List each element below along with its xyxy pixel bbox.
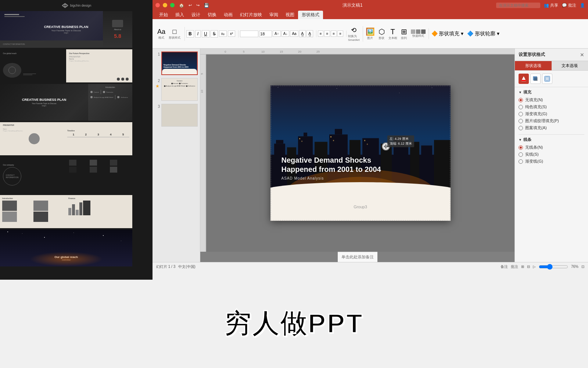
font-size-decrease[interactable]: A↓ <box>282 31 290 37</box>
fill-line-icon[interactable] <box>519 74 529 84</box>
list-item[interactable]: Our global reach overview <box>0 230 153 266</box>
minimize-button[interactable] <box>163 3 167 7</box>
align-right[interactable]: ≡ <box>331 31 337 37</box>
list-item[interactable]: Our company CONTACTINFORMATION <box>0 157 153 194</box>
list-item[interactable]: CREATIVE BUSINESS PLAN Your Favorite Top… <box>0 11 153 48</box>
insert-image[interactable]: 🖼️ 图片 <box>365 26 376 41</box>
fill-picture-option[interactable]: 图片或纹理填充(P) <box>519 118 584 124</box>
maximize-button[interactable] <box>170 3 175 7</box>
list-item[interactable]: CREATIVE BUSINESS PLAN Your Favorite Top… <box>0 84 153 121</box>
font-color[interactable]: A̲ <box>299 30 306 37</box>
list-item[interactable]: PRESENTER Name Project: Something @Your … <box>0 122 153 155</box>
view-slide-sorter[interactable]: ⊟ <box>527 265 530 269</box>
insert-textbox[interactable]: T 文本框 <box>387 26 398 41</box>
line-gradient-radio[interactable] <box>519 159 523 164</box>
subscript-button[interactable]: x₂ <box>219 31 227 37</box>
slide-edit-area[interactable]: Negative Demand Shocks Happened from 200… <box>206 54 514 252</box>
font-size-increase[interactable]: A↑ <box>273 31 281 37</box>
fill-solid-option[interactable]: 纯色填充(S) <box>519 104 584 110</box>
tab-review[interactable]: 审阅 <box>266 11 282 19</box>
comment-bar[interactable]: 单击此处添加备注 <box>338 252 377 262</box>
underline-button[interactable]: U <box>202 30 209 38</box>
redo-icon[interactable]: ↪ <box>196 3 200 8</box>
tab-view[interactable]: 视图 <box>282 11 298 19</box>
shape-fill[interactable]: 🔶 形状填充 ▾ <box>430 29 465 38</box>
clear-format[interactable]: Aa <box>290 31 298 37</box>
quick-style[interactable]: 快速样式 <box>410 28 429 39</box>
highlight-color[interactable]: A̲ <box>306 30 313 37</box>
slide-thumbnail-3[interactable] <box>161 104 198 127</box>
superscript-button[interactable]: x² <box>228 31 235 37</box>
list-item[interactable]: Introduction Finance <box>0 195 153 228</box>
slide-item-1[interactable]: 1 Negative Demand ShocksHappened from 20… <box>155 52 198 75</box>
fill-picture-radio[interactable] <box>519 119 523 123</box>
fill-pattern-option[interactable]: 图案填充(A) <box>519 125 584 131</box>
strikethrough-button[interactable]: S̶ <box>211 30 218 38</box>
share-button[interactable]: 👥 共享 <box>544 3 558 8</box>
shape-outline[interactable]: 🔷 形状轮廓 ▾ <box>466 29 501 38</box>
fill-none-radio[interactable] <box>519 98 523 102</box>
align-left[interactable]: ≡ <box>318 31 324 37</box>
line-none-option[interactable]: 无线条(N) <box>519 145 584 150</box>
canvas-with-ruler: 5 10 <box>200 54 514 252</box>
shadow-icon <box>533 76 538 82</box>
undo-icon[interactable]: ↩ <box>189 3 192 8</box>
fill-solid-radio[interactable] <box>519 105 523 109</box>
fit-slide[interactable]: ⊡ <box>581 265 584 269</box>
effect-icon-btn[interactable] <box>542 74 552 84</box>
convert-smartart[interactable]: ⟲ 转换为SmartArt <box>348 26 363 42</box>
list-item[interactable]: Our global reach Our Future Perspective … <box>0 49 153 82</box>
line-solid-radio[interactable] <box>519 152 523 157</box>
bold-button[interactable]: B <box>186 30 194 38</box>
group-label: Group3 <box>354 205 367 209</box>
close-button[interactable] <box>155 3 160 7</box>
svg-text:0: 0 <box>225 50 226 53</box>
insert-shape[interactable]: ⬡ 形状 <box>377 26 386 41</box>
comments-button[interactable]: 💬 批注 <box>562 3 576 8</box>
align-center[interactable]: ≡ <box>324 31 330 37</box>
arrange-btn[interactable]: ⊞ 排列 <box>400 26 408 41</box>
italic-button[interactable]: I <box>195 30 201 38</box>
save-icon[interactable]: 💾 <box>204 3 209 8</box>
comments-status-button[interactable]: 批注 <box>511 264 518 269</box>
notes-button[interactable]: 备注 <box>501 264 508 269</box>
font-name-input[interactable] <box>240 31 258 37</box>
tab-animations[interactable]: 动画 <box>220 11 236 19</box>
zoom-slider[interactable] <box>539 264 568 270</box>
slide-item-3[interactable]: 3 <box>155 104 198 127</box>
svg-text:5: 5 <box>200 73 204 75</box>
shadow-icon-btn[interactable] <box>530 74 541 84</box>
fill-gradient-radio[interactable] <box>519 112 523 116</box>
shape-style-btn[interactable]: □ 形状样式 <box>168 27 182 41</box>
fill-gradient-option[interactable]: 渐变填充(G) <box>519 111 584 117</box>
fill-pattern-radio[interactable] <box>519 126 523 130</box>
view-normal[interactable]: ⊞ <box>521 265 524 269</box>
search-input[interactable] <box>496 3 540 8</box>
line-solid-label: 实线(S) <box>525 152 539 157</box>
tooltip-y: 顶端: 6.12 厘米 <box>390 141 412 146</box>
tab-shape-options[interactable]: 形状选项 <box>515 61 552 70</box>
slide-thumbnail-1[interactable]: Negative Demand ShocksHappened from 2001… <box>161 52 198 75</box>
format-shape-btn[interactable]: Aa 格式 <box>156 27 166 41</box>
slide-item-2[interactable]: 2 ★ Content ⬤ demand ⬤ Production ⬤ Anal… <box>155 78 198 101</box>
tab-slideshow[interactable]: 幻灯片放映 <box>236 11 266 19</box>
title-bar-right: 👥 共享 💬 批注 👤 <box>496 3 585 8</box>
line-gradient-option[interactable]: 渐变线(G) <box>519 159 584 164</box>
close-panel-button[interactable]: ✕ <box>580 52 584 58</box>
line-section-header[interactable]: ▼ 线条 <box>519 137 584 142</box>
line-none-radio[interactable] <box>519 145 523 150</box>
tab-shape-format[interactable]: 形状格式 <box>298 11 323 19</box>
tab-text-options[interactable]: 文本选项 <box>552 61 588 70</box>
font-size-input[interactable] <box>259 31 272 37</box>
view-reading[interactable]: ▷ <box>533 265 536 269</box>
line-solid-option[interactable]: 实线(S) <box>519 152 584 157</box>
tab-design[interactable]: 设计 <box>188 11 204 19</box>
tab-transitions[interactable]: 切换 <box>204 11 220 19</box>
slide-thumbnail-2[interactable]: Content ⬤ demand ⬤ Production ⬤ Analysis… <box>161 78 198 101</box>
fill-none-option[interactable]: 无填充(N) <box>519 97 584 103</box>
status-bar: 幻灯片 1 / 3 中文(中国) 备注 批注 ⊞ ⊟ ▷ 76% ⊡ <box>153 262 588 271</box>
align-justify[interactable]: ≡ <box>337 31 343 37</box>
tab-insert[interactable]: 插入 <box>172 11 188 19</box>
tab-start[interactable]: 开始 <box>155 11 172 19</box>
fill-section-header[interactable]: ▼ 填充 <box>519 89 584 95</box>
